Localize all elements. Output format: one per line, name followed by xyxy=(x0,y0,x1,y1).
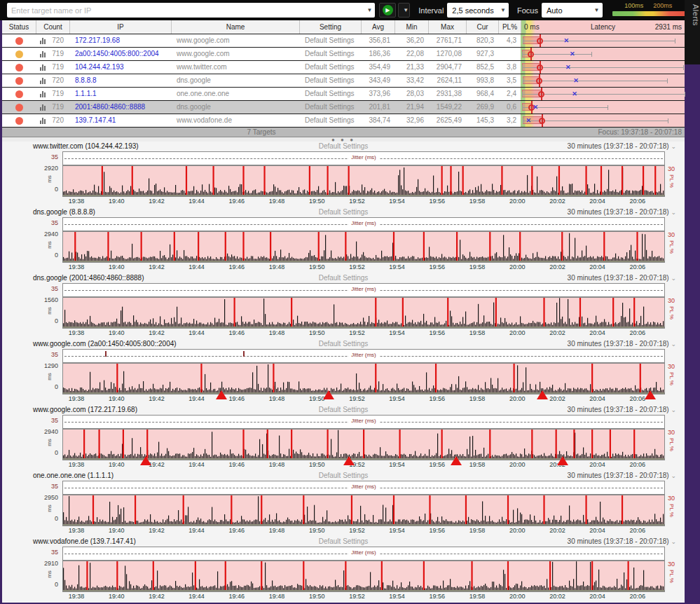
avg-cell: 384,74 xyxy=(361,114,394,127)
latency-timeline-canvas[interactable] xyxy=(63,298,664,328)
bar-chart-icon[interactable] xyxy=(40,90,46,97)
table-row[interactable]: 7191.1.1.1one.one.one.oneDefault Setting… xyxy=(2,88,685,101)
jitter-axis-label: Jitter (ms) xyxy=(348,483,379,490)
latency-timeline-canvas[interactable] xyxy=(63,364,664,394)
focus-select[interactable]: Auto ▼ xyxy=(542,3,603,18)
setting-cell: Default Settings xyxy=(299,61,361,74)
time-axis: 19:3819:4019:4219:4419:4619:4819:5019:52… xyxy=(62,198,665,207)
column-header-ip[interactable]: IP xyxy=(69,20,171,34)
target-combo-dropdown-icon[interactable]: ▼ xyxy=(364,7,375,13)
current-marker-x-icon: ✕ xyxy=(572,89,577,99)
y-min-label: 0 xyxy=(2,515,58,522)
time-tick-label: 19:38 xyxy=(69,395,85,402)
target-input[interactable] xyxy=(7,6,364,15)
pl-cell xyxy=(498,48,521,60)
latency-timeline-canvas[interactable] xyxy=(63,561,664,591)
graph-range-select[interactable]: 30 minutes (19:37:18 - 20:07:18) ⌄ xyxy=(568,142,676,150)
time-tick-label: 20:04 xyxy=(589,263,605,270)
jitter-axis-label: Jitter (ms) xyxy=(348,352,379,358)
name-cell: dns.google xyxy=(171,101,299,114)
ip-cell: 139.7.147.41 xyxy=(69,114,171,127)
table-row[interactable]: 720172.217.19.68www.google.comDefault Se… xyxy=(2,34,685,48)
column-header-cur[interactable]: Cur xyxy=(466,20,498,34)
table-row[interactable]: 720139.7.147.41www.vodafone.deDefault Se… xyxy=(2,114,685,128)
time-axis: 19:3819:4019:4219:4419:4619:4819:5019:52… xyxy=(62,395,665,404)
graph-range-select[interactable]: 30 minutes (19:37:18 - 20:07:18) ⌄ xyxy=(568,208,676,216)
status-cell xyxy=(2,74,36,87)
whisker-cap-left xyxy=(522,65,523,70)
graph-range-select[interactable]: 30 minutes (19:37:18 - 20:07:18) ⌄ xyxy=(568,472,676,479)
current-marker-x-icon: ✕ xyxy=(563,36,569,46)
interval-select[interactable]: 2,5 seconds ▼ xyxy=(447,3,509,18)
table-row[interactable]: 7192001:4860:4860::8888dns.googleDefault… xyxy=(2,101,685,114)
y-unit-label: ms xyxy=(46,505,53,512)
setting-cell: Default Settings xyxy=(299,114,361,127)
latency-timeline-canvas[interactable] xyxy=(63,232,664,262)
count-value: 720 xyxy=(46,34,69,47)
time-tick-label: 19:50 xyxy=(309,329,325,336)
column-header-max[interactable]: Max xyxy=(428,20,466,34)
column-header-avg[interactable]: Avg xyxy=(361,20,394,34)
play-button[interactable]: ▶ xyxy=(379,3,396,18)
avg-marker-circle-icon xyxy=(537,64,543,71)
status-cell xyxy=(2,48,36,60)
table-row[interactable]: 7208.8.8.8dns.googleDefault Settings343,… xyxy=(2,74,685,88)
time-tick-label: 19:56 xyxy=(430,395,446,402)
graph-panel: www.google.com (172.217.19.68)Default Se… xyxy=(2,405,685,471)
graph-range-select[interactable]: 30 minutes (19:37:18 - 20:07:18) ⌄ xyxy=(568,406,676,413)
time-tick-label: 20:00 xyxy=(509,593,526,600)
time-tick-label: 19:56 xyxy=(430,593,446,600)
bar-chart-icon[interactable] xyxy=(40,50,46,57)
pl-cell: 3,2 xyxy=(498,114,521,127)
column-header-min[interactable]: Min xyxy=(394,20,428,34)
latency-plot xyxy=(62,495,665,526)
time-axis: 19:3819:4019:4219:4419:4619:4819:5019:52… xyxy=(62,461,665,470)
graph-panel: dns.google (8.8.8.8)Default Settings30 m… xyxy=(2,207,685,273)
time-tick-label: 19:40 xyxy=(109,263,125,270)
column-header-pl[interactable]: PL% xyxy=(498,20,521,34)
max-cell: 1549,22 xyxy=(428,101,466,114)
count-cell: 720 xyxy=(36,34,69,47)
chevron-down-icon: ▼ xyxy=(590,7,600,13)
time-tick-label: 20:02 xyxy=(549,329,565,336)
avg-marker-circle-icon xyxy=(537,38,543,44)
time-tick-label: 20:02 xyxy=(549,263,565,270)
bar-chart-icon[interactable] xyxy=(40,104,46,111)
column-header-name[interactable]: Name xyxy=(171,20,299,34)
column-header-status[interactable]: Status xyxy=(2,20,36,34)
pl-axis-label: PL % xyxy=(668,174,675,188)
cur-cell: 852,5 xyxy=(466,61,498,74)
chevron-down-icon: ⌄ xyxy=(671,209,676,216)
time-tick-label: 19:46 xyxy=(229,198,245,205)
setting-cell: Default Settings xyxy=(299,74,361,87)
play-options-dropdown[interactable]: ▼ xyxy=(398,3,410,18)
min-cell: 21,94 xyxy=(394,101,428,114)
latency-timeline-canvas[interactable] xyxy=(63,495,664,526)
latency-max-label: 2931 ms xyxy=(655,20,682,34)
time-tick-label: 20:06 xyxy=(630,593,646,600)
graph-range-select[interactable]: 30 minutes (19:37:18 - 20:07:18) ⌄ xyxy=(568,537,676,545)
graph-range-select[interactable]: 30 minutes (19:37:18 - 20:07:18) ⌄ xyxy=(568,340,676,348)
bar-chart-icon[interactable] xyxy=(40,117,46,124)
time-tick-label: 19:56 xyxy=(430,527,446,534)
count-value: 719 xyxy=(46,101,69,114)
bar-chart-icon[interactable] xyxy=(40,37,46,44)
interval-value: 2,5 seconds xyxy=(452,6,493,15)
column-header-setting[interactable]: Setting xyxy=(299,20,361,34)
table-row[interactable]: 719104.244.42.193www.twitter.comDefault … xyxy=(2,61,685,74)
bar-chart-icon[interactable] xyxy=(40,64,46,71)
count-value: 719 xyxy=(46,88,69,100)
pl-max-label: 30 xyxy=(668,429,675,436)
ip-cell: 172.217.19.68 xyxy=(69,34,171,47)
latency-timeline-canvas[interactable] xyxy=(63,166,664,196)
bar-chart-icon[interactable] xyxy=(40,77,46,84)
column-header-count[interactable]: Count xyxy=(36,20,69,34)
table-row[interactable]: 7192a00:1450:4005:800::2004www.google.co… xyxy=(2,48,685,61)
time-tick-label: 20:06 xyxy=(630,263,646,270)
alerts-tab[interactable]: Alerts xyxy=(685,0,700,64)
time-tick-label: 19:38 xyxy=(69,198,85,205)
latency-timeline-canvas[interactable] xyxy=(63,430,664,460)
whisker-cap-left xyxy=(523,78,523,83)
time-tick-label: 20:02 xyxy=(549,198,565,205)
graph-range-select[interactable]: 30 minutes (19:37:18 - 20:07:18) ⌄ xyxy=(568,274,676,282)
